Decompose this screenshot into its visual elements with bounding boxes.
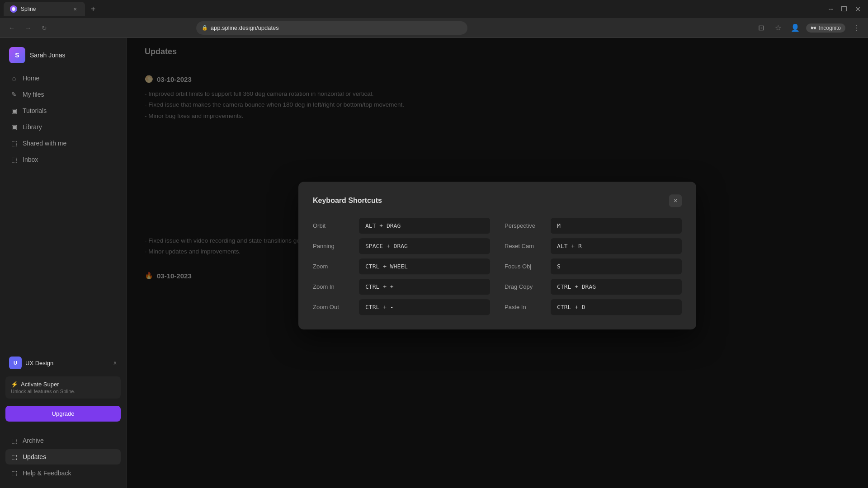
sidebar-bottom: ⬚ Archive ⬚ Updates ⬚ Help & Feedback bbox=[0, 433, 126, 481]
toolbar: ← → ↻ 🔒 app.spline.design/updates ⊡ ☆ 👤 … bbox=[0, 18, 868, 38]
sidebar-item-label: Help & Feedback bbox=[23, 469, 71, 477]
sidebar-item-label: My files bbox=[23, 91, 44, 98]
sidebar: S Sarah Jonas ⌂ Home ✎ My files ▣ Tutori… bbox=[0, 38, 127, 488]
sidebar-item-label: Tutorials bbox=[23, 107, 47, 114]
window-controls: ╌ ⧠ ✕ bbox=[829, 5, 864, 14]
forward-button[interactable]: → bbox=[22, 22, 34, 34]
home-icon: ⌂ bbox=[10, 74, 18, 82]
sidebar-item-updates[interactable]: ⬚ Updates bbox=[5, 449, 121, 465]
archive-icon: ⬚ bbox=[10, 436, 18, 445]
new-tab-button[interactable]: + bbox=[87, 3, 99, 15]
shortcut-key: M bbox=[551, 218, 682, 234]
toolbar-actions: ⊡ ☆ 👤 🕶 Incognito ⋮ bbox=[755, 22, 863, 34]
inbox-icon: ⬚ bbox=[10, 155, 18, 164]
tab-title: Spline bbox=[21, 6, 68, 12]
sidebar-divider bbox=[5, 349, 121, 349]
sidebar-divider-2 bbox=[5, 429, 121, 429]
incognito-badge[interactable]: 🕶 Incognito bbox=[806, 23, 845, 33]
shortcut-row-panning: Panning SPACE + DRAG bbox=[313, 238, 490, 254]
help-icon: ⬚ bbox=[10, 469, 18, 477]
bookmark-icon[interactable]: ☆ bbox=[772, 22, 784, 34]
sidebar-item-label: Archive bbox=[23, 437, 44, 444]
avatar: S bbox=[9, 47, 25, 63]
workspace-icon: U bbox=[9, 357, 22, 369]
sidebar-item-library[interactable]: ▣ Library bbox=[5, 119, 121, 135]
shortcut-key: ALT + DRAG bbox=[359, 218, 490, 234]
activate-section: ⚡ Activate Super Unlock all features on … bbox=[5, 376, 121, 399]
shortcut-key: CTRL + WHEEL bbox=[359, 258, 490, 274]
shortcut-label: Drag Copy bbox=[505, 283, 545, 290]
shortcut-row-resetcam: Reset Cam ALT + R bbox=[505, 238, 682, 254]
sidebar-item-label: Home bbox=[23, 75, 39, 82]
shortcut-label: Reset Cam bbox=[505, 243, 545, 249]
user-header: S Sarah Jonas bbox=[0, 38, 126, 70]
incognito-icon: 🕶 bbox=[811, 25, 816, 31]
upgrade-button[interactable]: Upgrade bbox=[5, 406, 121, 422]
ssl-lock-icon: 🔒 bbox=[202, 25, 208, 31]
shortcut-label: Zoom In bbox=[313, 283, 354, 290]
shortcut-key: CTRL + + bbox=[359, 279, 490, 295]
sidebar-item-help[interactable]: ⬚ Help & Feedback bbox=[5, 465, 121, 481]
active-tab[interactable]: Spline ✕ bbox=[4, 2, 85, 16]
workspace-header[interactable]: U UX Design ∧ bbox=[2, 353, 124, 373]
sidebar-item-home[interactable]: ⌂ Home bbox=[5, 70, 121, 86]
maximize-icon[interactable]: ⧠ bbox=[840, 5, 848, 13]
sidebar-item-label: Shared with me bbox=[23, 140, 66, 147]
shortcut-row-zoomin: Zoom In CTRL + + bbox=[313, 279, 490, 295]
user-name: Sarah Jonas bbox=[30, 52, 66, 59]
shortcut-label: Focus Obj bbox=[505, 263, 545, 270]
tab-favicon bbox=[10, 5, 17, 13]
updates-icon: ⬚ bbox=[10, 453, 18, 461]
browser-chrome: Spline ✕ + ╌ ⧠ ✕ ← → ↻ 🔒 app.spline.desi… bbox=[0, 0, 868, 38]
minimize-icon[interactable]: ╌ bbox=[829, 5, 833, 14]
back-button[interactable]: ← bbox=[5, 22, 18, 34]
profile-icon[interactable]: 👤 bbox=[789, 22, 802, 34]
shortcut-row-dragcopy: Drag Copy CTRL + DRAG bbox=[505, 279, 682, 295]
shortcut-label: Panning bbox=[313, 243, 354, 249]
incognito-label: Incognito bbox=[819, 25, 841, 31]
tab-close-button[interactable]: ✕ bbox=[71, 5, 79, 13]
shortcut-row-pastein: Paste In CTRL + D bbox=[505, 299, 682, 315]
address-bar[interactable]: 🔒 app.spline.design/updates bbox=[196, 21, 467, 35]
shortcut-key: CTRL + DRAG bbox=[551, 279, 682, 295]
shortcut-key: ALT + R bbox=[551, 238, 682, 254]
shortcut-label: Perspective bbox=[505, 222, 545, 229]
shortcut-label: Orbit bbox=[313, 222, 354, 229]
modal-title: Keyboard Shortcuts bbox=[313, 197, 382, 205]
sidebar-item-myfiles[interactable]: ✎ My files bbox=[5, 87, 121, 102]
more-menu-icon[interactable]: ⋮ bbox=[850, 22, 863, 34]
sidebar-item-label: Updates bbox=[23, 453, 46, 460]
shortcut-label: Zoom bbox=[313, 263, 354, 270]
activate-title: ⚡ Activate Super bbox=[11, 381, 115, 388]
sidebar-item-label: Inbox bbox=[23, 156, 38, 163]
close-icon[interactable]: ✕ bbox=[855, 5, 861, 14]
shortcut-row-orbit: Orbit ALT + DRAG bbox=[313, 218, 490, 234]
shortcut-key: S bbox=[551, 258, 682, 274]
sidebar-item-archive[interactable]: ⬚ Archive bbox=[5, 433, 121, 448]
shortcut-row-zoomout: Zoom Out CTRL + - bbox=[313, 299, 490, 315]
url-text: app.spline.design/updates bbox=[211, 24, 279, 31]
modal-header: Keyboard Shortcuts × bbox=[313, 194, 682, 207]
sidebar-item-inbox[interactable]: ⬚ Inbox bbox=[5, 152, 121, 167]
sidebar-item-shared[interactable]: ⬚ Shared with me bbox=[5, 136, 121, 151]
shared-icon: ⬚ bbox=[10, 139, 18, 147]
shortcut-row-focusobj: Focus Obj S bbox=[505, 258, 682, 274]
shortcut-label: Zoom Out bbox=[313, 304, 354, 310]
shortcut-key: CTRL + - bbox=[359, 299, 490, 315]
keyboard-shortcuts-modal: Keyboard Shortcuts × Orbit ALT + DRAG Pe… bbox=[298, 182, 696, 329]
workspace-chevron-icon: ∧ bbox=[113, 360, 117, 366]
reload-button[interactable]: ↻ bbox=[38, 22, 51, 34]
cast-icon[interactable]: ⊡ bbox=[755, 22, 767, 34]
shortcut-row-perspective: Perspective M bbox=[505, 218, 682, 234]
modal-close-button[interactable]: × bbox=[669, 194, 682, 207]
shortcut-key: CTRL + D bbox=[551, 299, 682, 315]
library-icon: ▣ bbox=[10, 123, 18, 131]
main-content: Updates 🌕 03-10-2023 - Improved orbit li… bbox=[127, 38, 868, 488]
sidebar-item-tutorials[interactable]: ▣ Tutorials bbox=[5, 103, 121, 118]
bolt-icon: ⚡ bbox=[11, 381, 18, 388]
shortcuts-grid: Orbit ALT + DRAG Perspective M Panning S… bbox=[313, 218, 682, 315]
app-layout: S Sarah Jonas ⌂ Home ✎ My files ▣ Tutori… bbox=[0, 38, 868, 488]
sidebar-item-label: Library bbox=[23, 123, 42, 131]
nav-items: ⌂ Home ✎ My files ▣ Tutorials ▣ Library … bbox=[0, 70, 126, 345]
shortcut-label: Paste In bbox=[505, 304, 545, 310]
